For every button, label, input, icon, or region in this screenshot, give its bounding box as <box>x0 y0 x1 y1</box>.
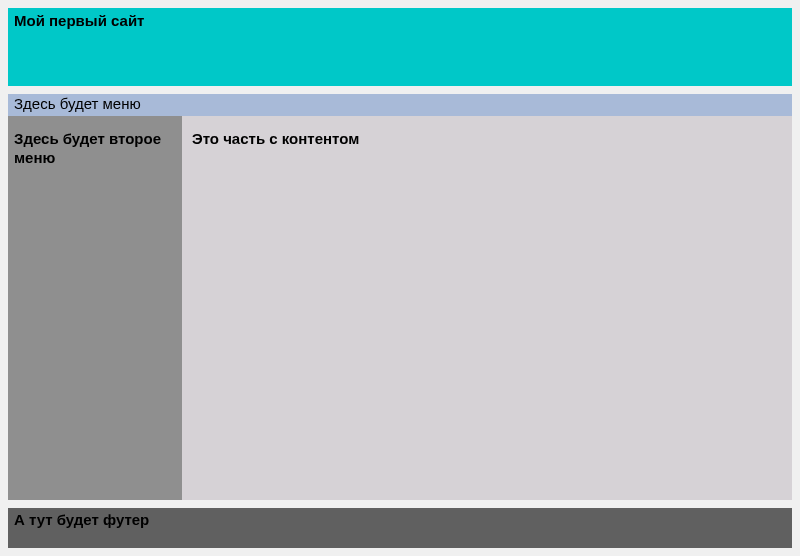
sidebar-menu-label: Здесь будет второе меню <box>14 130 176 168</box>
footer-text: А тут будет футер <box>14 511 149 528</box>
content-text: Это часть с контентом <box>192 130 359 147</box>
content-area: Это часть с контентом <box>182 116 792 500</box>
page-footer: А тут будет футер <box>8 508 792 548</box>
main-menu-bar[interactable]: Здесь будет меню <box>8 94 792 116</box>
main-area: Здесь будет второе меню Это часть с конт… <box>8 116 792 500</box>
page-title: Мой первый сайт <box>14 12 144 29</box>
main-menu-label: Здесь будет меню <box>14 95 141 112</box>
page-header: Мой первый сайт <box>8 8 792 86</box>
sidebar-menu[interactable]: Здесь будет второе меню <box>8 116 182 500</box>
